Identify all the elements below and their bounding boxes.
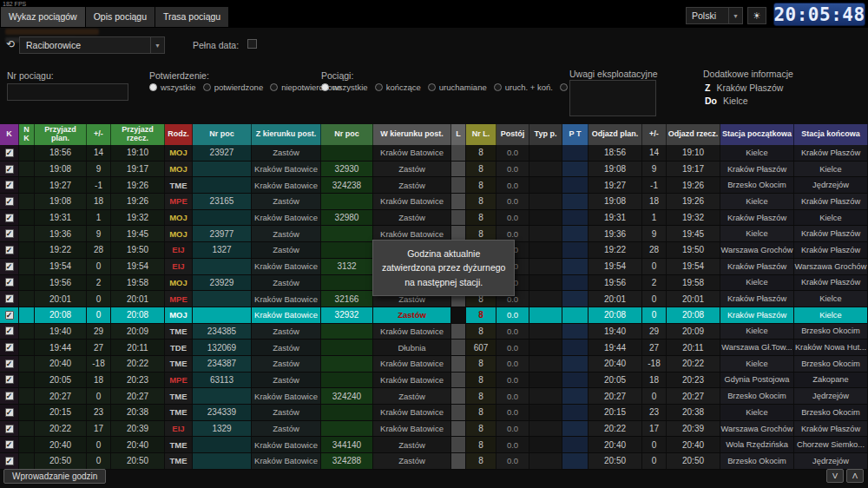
table-row[interactable]: ✓20:40020:40TMEKraków Batowice344140Zast… bbox=[0, 437, 868, 453]
table-row[interactable]: ✓20:27020:27TMEKraków Batowice324240Zast… bbox=[0, 388, 868, 405]
cell-l bbox=[451, 388, 466, 404]
cell-sta: Kielce bbox=[720, 356, 794, 372]
additional-info-from: ZKraków Płaszów bbox=[705, 82, 783, 93]
cell-sta: Warszawa Grochów bbox=[720, 421, 794, 437]
theme-toggle-button[interactable]: ☀ bbox=[747, 7, 766, 24]
to-value: Kielce bbox=[723, 96, 748, 106]
operational-notes-input[interactable] bbox=[569, 80, 656, 116]
language-select[interactable]: Polski ▼ bbox=[686, 7, 743, 24]
table-row[interactable]: ✓20:50020:50TMEKraków Batowice324288Zast… bbox=[0, 453, 868, 470]
cell-nrl: 8 bbox=[466, 388, 496, 404]
table-row[interactable]: ✓19:27-119:26TMEKraków Batowice324238Zas… bbox=[0, 177, 868, 194]
table-row[interactable]: ✓18:561419:10MOJ23927ZastówKraków Batowi… bbox=[0, 145, 868, 162]
row-checkbox-cell[interactable]: ✓ bbox=[0, 194, 19, 209]
row-checkbox-cell[interactable]: ✓ bbox=[0, 226, 19, 241]
cell-nr1: 23929 bbox=[193, 275, 252, 291]
cell-arr: 20:08 bbox=[35, 307, 87, 323]
cell-arr: 19:40 bbox=[35, 324, 87, 340]
checked-checkbox-icon: ✓ bbox=[5, 359, 14, 368]
cell-dep: 20:11 bbox=[667, 340, 720, 355]
cell-dep: 19:36 bbox=[589, 226, 642, 241]
row-checkbox-cell[interactable]: ✓ bbox=[0, 275, 19, 291]
cell-pt bbox=[562, 162, 589, 177]
radio-option-uruchamiane[interactable]: uruchamiane bbox=[428, 82, 487, 92]
cell-arr: 20:50 bbox=[111, 453, 165, 469]
row-checkbox-cell[interactable]: ✓ bbox=[0, 388, 19, 404]
cell-dep: 19:40 bbox=[589, 324, 642, 340]
radio-option-uruch-koń-[interactable]: uruch. + koń. bbox=[494, 82, 553, 92]
cell-nr2: 324240 bbox=[321, 388, 373, 404]
cell-nk bbox=[19, 242, 35, 258]
table-row[interactable]: ✓19:31119:32MOJKraków Batowice32980Zastó… bbox=[0, 210, 868, 227]
table-row[interactable]: ✓19:081819:26MPE23165ZastówKraków Batowi… bbox=[0, 194, 868, 210]
train-number-input[interactable] bbox=[7, 83, 128, 101]
table-row[interactable]: ✓20:08020:08MOJKraków Batowice32932Zastó… bbox=[0, 307, 868, 324]
tab-wykaz-pociągów[interactable]: Wykaz pociągów bbox=[1, 7, 85, 27]
tooltip-line: na następnej stacji. bbox=[382, 275, 505, 289]
row-checkbox-cell[interactable]: ✓ bbox=[0, 145, 19, 161]
radio-option-wszystkie[interactable]: wszystkie bbox=[321, 82, 368, 92]
cell-nk bbox=[19, 307, 35, 323]
table-row[interactable]: ✓19:402920:09TME234385ZastówKraków Batow… bbox=[0, 324, 868, 340]
cell-arr: 20:01 bbox=[111, 291, 165, 307]
row-checkbox-cell[interactable]: ✓ bbox=[0, 307, 19, 323]
row-checkbox-cell[interactable]: ✓ bbox=[0, 437, 19, 452]
row-checkbox-cell[interactable]: ✓ bbox=[0, 177, 19, 193]
cell-sta: Chorzew Siemko... bbox=[794, 437, 868, 452]
row-checkbox-cell[interactable]: ✓ bbox=[0, 421, 19, 437]
cell-nrl: 8 bbox=[466, 324, 496, 340]
row-checkbox-cell[interactable]: ✓ bbox=[0, 210, 19, 226]
column-header: Odjazd rzecz. bbox=[667, 124, 720, 145]
row-checkbox-cell[interactable]: ✓ bbox=[0, 453, 19, 469]
cell-zfrom: Zastów bbox=[252, 356, 321, 372]
row-checkbox-cell[interactable]: ✓ bbox=[0, 259, 19, 274]
row-checkbox-cell[interactable]: ✓ bbox=[0, 340, 19, 355]
table-row[interactable]: ✓19:08919:17MOJKraków Batowice32930Zastó… bbox=[0, 162, 868, 178]
cell-arr: 27 bbox=[87, 340, 111, 355]
cell-dep: 9 bbox=[642, 226, 667, 241]
cell-wto: Kraków Batowice bbox=[373, 421, 451, 437]
cell-l bbox=[451, 177, 466, 193]
radio-option-potwierdzone[interactable]: potwierdzone bbox=[203, 82, 264, 92]
table-row[interactable]: ✓20:40-1820:22TME234387ZastówKraków Bato… bbox=[0, 356, 868, 373]
row-checkbox-cell[interactable]: ✓ bbox=[0, 324, 19, 340]
tab-bar: Wykaz pociągówOpis pociąguTrasa pociągu bbox=[1, 7, 228, 27]
radio-icon bbox=[428, 83, 436, 91]
scroll-down-button[interactable]: V bbox=[826, 469, 844, 483]
row-checkbox-cell[interactable]: ✓ bbox=[0, 242, 19, 258]
row-checkbox-cell[interactable]: ✓ bbox=[0, 405, 19, 420]
row-checkbox-cell[interactable]: ✓ bbox=[0, 356, 19, 372]
scroll-up-button[interactable]: Λ bbox=[846, 469, 864, 483]
cell-arr: 1 bbox=[87, 210, 111, 226]
cell-zfrom: Kraków Batowice bbox=[252, 177, 321, 193]
table-row[interactable]: ✓19:442720:11TDE132069ZastówDłubnia6070.… bbox=[0, 340, 868, 356]
chevron-down-icon: ▼ bbox=[728, 8, 742, 23]
row-checkbox-cell[interactable]: ✓ bbox=[0, 162, 19, 177]
table-row[interactable]: ✓20:221720:39EIJ1329ZastówKraków Batowic… bbox=[0, 421, 868, 438]
operational-notes-label: Uwagi eksploatacyjne bbox=[569, 69, 658, 79]
cell-rodz: MOJ bbox=[165, 226, 193, 241]
enter-times-button[interactable]: Wprowadzanie godzin bbox=[3, 469, 106, 484]
tab-opis-pociągu[interactable]: Opis pociągu bbox=[86, 7, 155, 27]
cell-wto: Zastów bbox=[373, 437, 451, 452]
row-checkbox-cell[interactable]: ✓ bbox=[0, 291, 19, 307]
full-date-checkbox[interactable] bbox=[247, 39, 257, 49]
station-select[interactable]: Raciborowice ▼ bbox=[19, 36, 165, 54]
cell-dep: 19:17 bbox=[667, 162, 720, 177]
radio-option-wszystkie[interactable]: wszystkie bbox=[149, 82, 196, 92]
cell-dep: 19:26 bbox=[667, 194, 720, 209]
cell-rodz: EIJ bbox=[165, 421, 193, 437]
row-checkbox-cell[interactable]: ✓ bbox=[0, 373, 19, 388]
cell-nk bbox=[19, 275, 35, 291]
radio-option-kończące[interactable]: kończące bbox=[375, 82, 421, 92]
cell-sta: Kielce bbox=[794, 210, 868, 226]
table-row[interactable]: ✓20:051820:23MPE63113ZastówKraków Batowi… bbox=[0, 373, 868, 389]
table-row[interactable]: ✓20:152320:38TME234339ZastówKraków Batow… bbox=[0, 405, 868, 421]
cell-typ bbox=[529, 453, 562, 469]
cell-sta: Kraków Płaszów bbox=[794, 275, 868, 291]
cell-nk bbox=[19, 162, 35, 177]
cell-nr1 bbox=[193, 291, 252, 307]
refresh-icon[interactable]: ⟲ bbox=[6, 38, 15, 50]
cell-sta: Brzesko Okocim bbox=[720, 453, 794, 469]
tab-trasa-pociągu[interactable]: Trasa pociągu bbox=[155, 7, 228, 27]
